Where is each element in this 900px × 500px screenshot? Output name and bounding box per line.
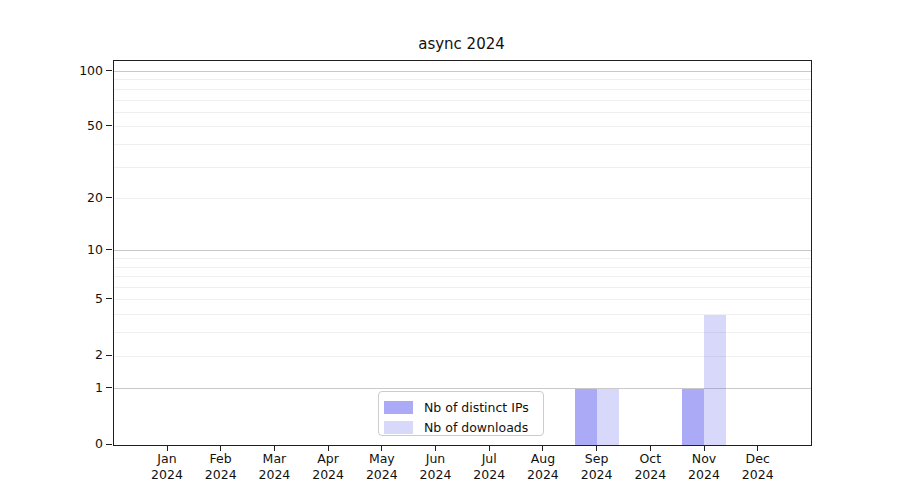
y-tick-mark [106,298,112,299]
bar-distinct-ips [575,389,597,445]
gridline-minor [114,276,811,277]
x-tick-month: Dec [726,451,790,467]
y-tick-label: 10 [63,243,103,257]
bar-downloads [597,389,619,445]
gridline-minor [114,167,811,168]
legend-label: Nb of distinct IPs [424,400,529,415]
y-tick-mark [106,125,112,126]
gridline-minor [114,89,811,90]
y-tick-label: 2 [63,348,103,362]
x-tick-year: 2024 [726,467,790,483]
gridline-minor [114,100,811,101]
legend-swatch-downloads [384,421,413,434]
gridline-minor [114,287,811,288]
legend-item: Nb of distinct IPs [384,397,543,417]
x-tick-label: Dec2024 [726,451,790,482]
y-tick-mark [106,355,112,356]
y-tick-mark [106,387,112,388]
legend-item: Nb of downloads [384,417,543,437]
legend-label: Nb of downloads [424,420,528,435]
y-tick-label: 1 [63,381,103,395]
y-tick-label: 50 [63,119,103,133]
legend: Nb of distinct IPsNb of downloads [378,391,544,436]
chart-title: async 2024 [113,35,810,55]
gridline-major [114,250,811,251]
y-tick-mark [106,444,112,445]
gridline-minor [114,112,811,113]
y-tick-mark [106,197,112,198]
gridline-minor [114,267,811,268]
gridline-minor [114,144,811,145]
y-tick-label: 20 [63,191,103,205]
gridline-minor [114,258,811,259]
gridline-minor [114,198,811,199]
bar-distinct-ips [682,389,704,445]
gridline-minor [114,79,811,80]
y-tick-mark [106,249,112,250]
y-tick-label: 100 [63,64,103,78]
download-stats-chart: async 2024 Nb of distinct IPsNb of downl… [0,0,900,500]
plot-area [113,60,812,446]
y-tick-mark [106,70,112,71]
gridline-major [114,71,811,72]
y-tick-label: 5 [63,292,103,306]
y-tick-label: 0 [63,437,103,451]
bar-downloads [704,315,726,445]
gridline-minor [114,299,811,300]
gridline-minor [114,126,811,127]
legend-swatch-distinct-ips [384,401,413,414]
